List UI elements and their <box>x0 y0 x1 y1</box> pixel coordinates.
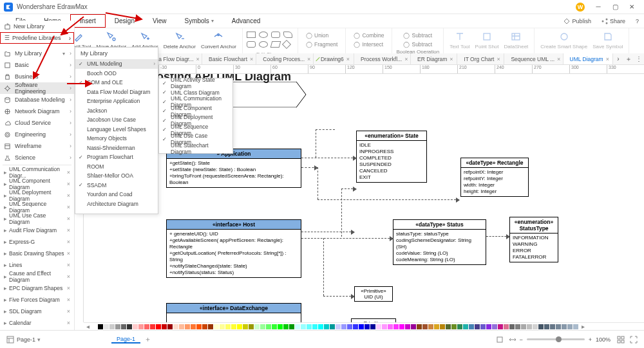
color-chip[interactable] <box>382 324 387 329</box>
color-chip[interactable] <box>341 324 346 329</box>
color-chip[interactable] <box>127 324 132 329</box>
color-chip[interactable] <box>162 324 167 329</box>
grid-view-icon[interactable] <box>616 335 625 344</box>
uml-rectangle-box[interactable]: «dateType» Rectangle refpointX: Integer … <box>460 158 529 197</box>
library-item[interactable]: ▸UML Use Case Diagram× <box>0 213 74 224</box>
library-item[interactable]: ▸Lines× <box>0 259 74 271</box>
color-chip[interactable] <box>138 324 144 329</box>
submenu-item[interactable]: Program Flowchart <box>75 152 158 162</box>
color-chip[interactable] <box>475 324 480 329</box>
color-chip[interactable] <box>156 324 161 329</box>
color-chip[interactable] <box>196 324 202 329</box>
color-chip[interactable] <box>509 324 515 329</box>
cat-science[interactable]: Science <box>0 152 74 163</box>
datasheet-tool[interactable]: DataSheet <box>502 30 531 56</box>
library-item[interactable]: ▸UML Sequence Diagram× <box>0 201 74 213</box>
color-chip[interactable] <box>405 324 410 329</box>
fit-page-icon[interactable] <box>495 335 504 344</box>
document-tab[interactable]: ER Diagram× <box>411 53 457 64</box>
submenu-item[interactable]: ROOM <box>75 162 158 172</box>
document-tab[interactable]: Process Workfl...× <box>354 53 411 64</box>
color-chip[interactable] <box>417 324 422 329</box>
color-chip[interactable] <box>428 324 433 329</box>
color-chip[interactable] <box>434 324 439 329</box>
document-tab[interactable]: IT Org Chart× <box>457 53 504 64</box>
library-item[interactable]: ▸Express-G× <box>0 236 74 248</box>
submenu-item[interactable]: Shlaer-Mellor OOA <box>75 171 158 181</box>
subtract-button[interactable]: ◯ Subtract <box>399 32 436 39</box>
fragment-button[interactable]: ◯ Fragment <box>302 41 341 48</box>
color-chip[interactable] <box>457 324 462 329</box>
color-chip[interactable] <box>266 324 271 329</box>
color-chip[interactable] <box>353 324 358 329</box>
uml-uid-primitive[interactable]: «Primitive»UID (UI) <box>354 286 393 302</box>
library-item[interactable]: ▸UML Communication Diagr...× <box>0 167 74 178</box>
color-chip[interactable] <box>307 324 312 329</box>
shape-presets[interactable] <box>247 30 294 51</box>
color-chip[interactable] <box>272 324 277 329</box>
color-chip[interactable] <box>324 324 329 329</box>
uml-dataexchange-box[interactable]: «interface» DataExchange <box>166 303 301 322</box>
uml-submenu-item[interactable]: UML Activity State Diagram <box>159 78 232 88</box>
maximize-button[interactable]: ▢ <box>607 1 623 13</box>
color-chip[interactable] <box>463 324 468 329</box>
convert-anchor-tool[interactable]: Convert Anchor <box>199 30 238 56</box>
help-button[interactable]: ? <box>630 14 644 28</box>
cat-cloud[interactable]: Cloud Service <box>0 117 74 129</box>
library-item[interactable]: ▸Audit Flow Diagram× <box>0 224 74 236</box>
library-item[interactable]: ▸Five Forces Diagram× <box>0 294 74 306</box>
color-chip[interactable] <box>312 324 317 329</box>
color-chip[interactable] <box>562 324 567 329</box>
color-chip[interactable] <box>422 324 428 329</box>
point-shot-tool[interactable]: Point Shot <box>473 30 501 56</box>
color-chip[interactable] <box>278 324 283 329</box>
color-chip[interactable] <box>521 324 526 329</box>
color-chip[interactable] <box>214 324 219 329</box>
color-chip[interactable] <box>330 324 335 329</box>
zoom-plus[interactable]: + <box>589 336 592 343</box>
library-item[interactable]: ▸Basic Drawing Shapes× <box>0 248 74 259</box>
color-chip[interactable] <box>527 324 532 329</box>
tab-scroll-right[interactable]: › <box>613 53 623 64</box>
document-tab[interactable]: Drawing6× <box>314 53 354 64</box>
submenu-item[interactable]: Yourdon and Coad <box>75 190 158 199</box>
document-tab[interactable]: Cooling Proces...× <box>256 53 314 64</box>
color-chip[interactable] <box>295 324 300 329</box>
color-chip[interactable] <box>98 324 103 329</box>
color-chip[interactable] <box>179 324 184 329</box>
uml-status-box[interactable]: «dataType» Status statusType: statusType… <box>393 219 486 265</box>
fit-width-icon[interactable] <box>508 335 517 344</box>
color-chip[interactable] <box>104 324 109 329</box>
color-chip[interactable] <box>336 324 341 329</box>
submenu-item[interactable]: Jackson <box>75 106 158 116</box>
color-chip[interactable] <box>446 324 451 329</box>
color-chip[interactable] <box>133 324 138 329</box>
submenu-item[interactable]: Enterprise Application <box>75 96 158 106</box>
document-tab[interactable]: Basic Flowchart× <box>202 53 256 64</box>
color-chip[interactable] <box>225 324 231 329</box>
color-chip[interactable] <box>173 324 178 329</box>
color-chip[interactable] <box>243 324 248 329</box>
fullscreen-icon[interactable] <box>629 335 638 344</box>
color-chip[interactable] <box>365 324 370 329</box>
submenu-item[interactable]: Booch OOD <box>75 69 158 78</box>
new-tab-button[interactable]: ＋ <box>623 53 634 64</box>
color-chip[interactable] <box>191 324 196 329</box>
color-chip[interactable] <box>359 324 364 329</box>
combine-button[interactable]: ◯ Combine <box>350 32 388 39</box>
close-button[interactable]: ✕ <box>623 1 640 13</box>
color-chip[interactable] <box>301 324 306 329</box>
menu-symbols[interactable]: Symbols <box>175 14 222 28</box>
cat-network[interactable]: Network Diagram <box>0 105 74 117</box>
library-item[interactable]: ▸Cause and Effect Diagram× <box>0 271 74 282</box>
color-chip[interactable] <box>538 324 544 329</box>
submenu-head[interactable]: My Library <box>75 48 158 59</box>
color-chip[interactable] <box>121 324 126 329</box>
intersect-button[interactable]: ◯ Intersect <box>350 41 388 48</box>
color-chip[interactable] <box>376 324 381 329</box>
union-button[interactable]: ◯ Union <box>302 32 341 39</box>
zoom-slider[interactable] <box>527 338 585 340</box>
cat-wireframe[interactable]: Wireframe <box>0 140 74 152</box>
color-chip[interactable] <box>260 324 265 329</box>
color-chip[interactable] <box>115 324 120 329</box>
